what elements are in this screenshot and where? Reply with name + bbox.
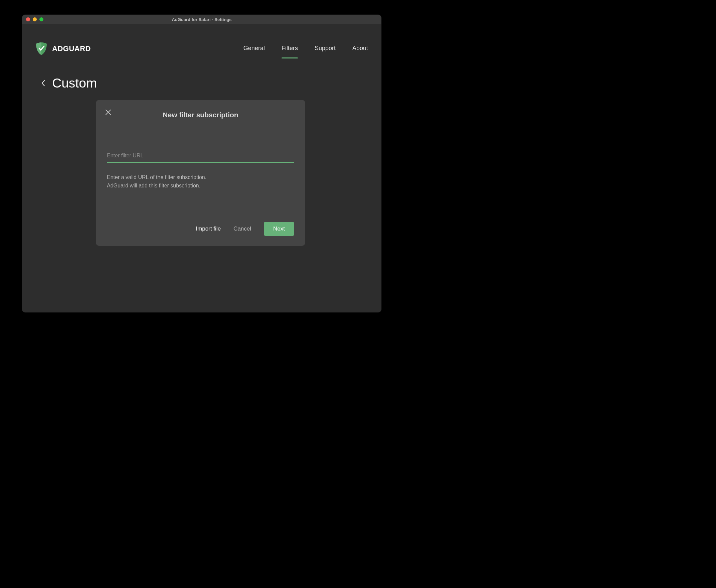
nav-about[interactable]: About [352, 45, 368, 55]
fullscreen-window-button[interactable] [39, 17, 43, 21]
app-window: AdGuard for Safari - Settings [22, 15, 382, 312]
close-window-button[interactable] [26, 17, 30, 21]
nav-support[interactable]: Support [314, 45, 335, 55]
next-button[interactable]: Next [264, 222, 294, 236]
window-controls [22, 17, 43, 21]
modal-title: New filter subscription [162, 111, 238, 119]
new-filter-modal: New filter subscription Enter a valid UR… [96, 100, 305, 246]
modal-help-text: Enter a valid URL of the filter subscrip… [107, 173, 294, 190]
modal-body: Enter a valid URL of the filter subscrip… [96, 122, 305, 190]
minimize-window-button[interactable] [33, 17, 37, 21]
help-line-2: AdGuard will add this filter subscriptio… [107, 182, 294, 190]
modal-footer: Import file Cancel Next [196, 222, 294, 236]
modal-header: New filter subscription [96, 100, 305, 122]
filter-url-input[interactable] [107, 151, 294, 163]
page-title: Custom [52, 76, 97, 90]
help-line-1: Enter a valid URL of the filter subscrip… [107, 173, 294, 182]
cancel-button[interactable]: Cancel [234, 226, 251, 232]
modal-close-button[interactable] [105, 109, 111, 117]
nav-general[interactable]: General [243, 45, 265, 55]
import-file-button[interactable]: Import file [196, 226, 221, 232]
brand-name: ADGUARD [52, 44, 91, 53]
back-button[interactable] [41, 80, 45, 86]
main-nav: General Filters Support About [243, 43, 368, 55]
app-header: ADGUARD General Filters Support About [22, 24, 382, 61]
window-title: AdGuard for Safari - Settings [22, 17, 382, 22]
chevron-left-icon [41, 80, 45, 86]
window-content: ADGUARD General Filters Support About Cu… [22, 24, 382, 312]
brand: ADGUARD [36, 42, 91, 56]
nav-filters[interactable]: Filters [282, 45, 298, 55]
close-icon [105, 109, 111, 115]
page-header: Custom [22, 61, 382, 90]
window-titlebar: AdGuard for Safari - Settings [22, 15, 382, 24]
shield-icon [36, 42, 47, 56]
